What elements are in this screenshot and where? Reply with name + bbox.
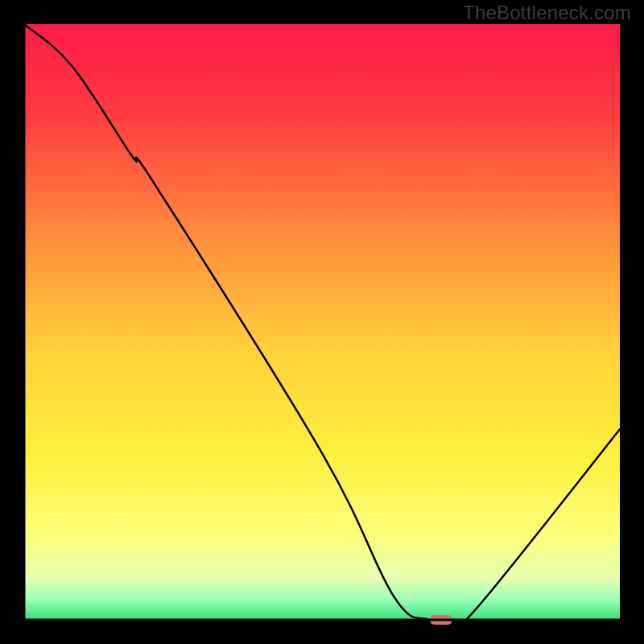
watermark-label: TheBottleneck.com: [463, 2, 631, 24]
bottleneck-chart: [0, 0, 644, 644]
plot-area-background: [24, 24, 620, 620]
